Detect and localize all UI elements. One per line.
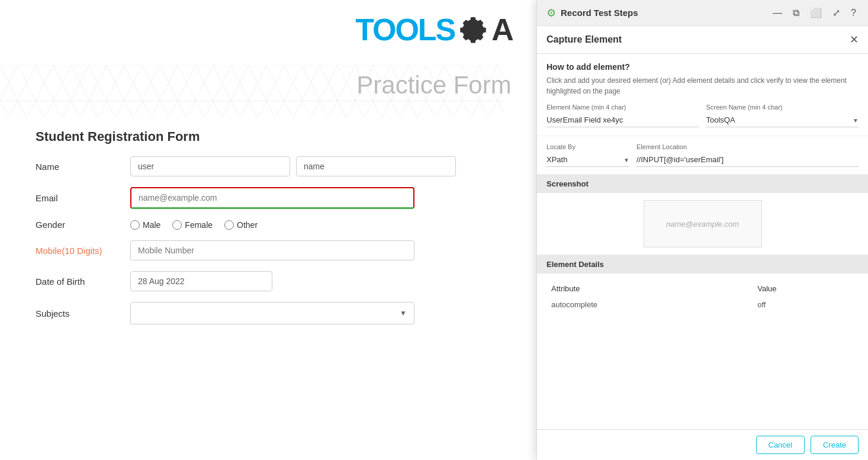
- locate-section: Locate By XPath ▼ Element Location: [537, 136, 868, 175]
- logo-tools: TOOLS: [355, 12, 455, 47]
- element-name-group: Element Name (min 4 char): [546, 104, 699, 127]
- gender-other-radio[interactable]: [224, 220, 234, 230]
- gender-male[interactable]: Male: [130, 220, 160, 230]
- close-button[interactable]: ✕: [850, 33, 859, 46]
- mobile-input[interactable]: [130, 240, 414, 260]
- attribute-header: Attribute: [546, 281, 753, 297]
- panel-header: ⚙ Record Test Steps — ⧉ ⬜ ⤢ ?: [537, 0, 868, 26]
- gender-radio-group: Male Female Other: [130, 220, 258, 230]
- email-input[interactable]: [130, 187, 414, 209]
- maximize-button[interactable]: ⤢: [830, 6, 843, 20]
- dob-label: Date of Birth: [36, 276, 130, 287]
- capture-panel: ⚙ Record Test Steps — ⧉ ⬜ ⤢ ? Capture El…: [536, 0, 868, 460]
- screen-name-arrow-icon: ▼: [853, 117, 859, 124]
- cancel-button[interactable]: Cancel: [756, 436, 805, 454]
- locate-row: Locate By XPath ▼ Element Location: [546, 143, 859, 167]
- gender-male-radio[interactable]: [130, 220, 140, 230]
- logo-gear-icon: [456, 12, 490, 47]
- how-to-desc: Click and add your desired element (or) …: [546, 75, 859, 96]
- minimize-button[interactable]: —: [770, 7, 785, 20]
- panel-content: How to add element? Click and add your d…: [537, 54, 868, 429]
- email-input-wrapper: [130, 187, 414, 209]
- gender-female[interactable]: Female: [172, 220, 213, 230]
- screen-name-group: Screen Name (min 4 char) ToolsQA ▼: [706, 104, 859, 127]
- value-header: Value: [753, 281, 859, 297]
- element-location-input[interactable]: [636, 153, 859, 167]
- locate-by-select[interactable]: XPath: [546, 153, 629, 167]
- restore-button[interactable]: ⬜: [808, 6, 824, 20]
- subjects-arrow-icon: ▼: [400, 309, 407, 317]
- capture-header: Capture Element ✕: [537, 26, 868, 54]
- create-button[interactable]: Create: [811, 436, 859, 454]
- element-location-label: Element Location: [636, 143, 859, 150]
- element-location-group: Element Location: [636, 143, 859, 167]
- table-row: autocompleteoff: [546, 297, 859, 313]
- gender-female-label: Female: [185, 220, 213, 230]
- capture-title: Capture Element: [546, 34, 622, 45]
- help-button[interactable]: ?: [848, 7, 859, 20]
- element-name-input[interactable]: [546, 113, 699, 127]
- screen-name-label: Screen Name (min 4 char): [706, 104, 859, 111]
- screen-name-select-wrapper: ToolsQA ▼: [706, 113, 859, 127]
- panel-title: Record Test Steps: [561, 8, 638, 18]
- element-details-heading: Element Details: [537, 255, 868, 274]
- panel-title-area: ⚙ Record Test Steps: [546, 7, 638, 20]
- element-details-section: Element Details Attribute Value autocomp…: [537, 255, 868, 320]
- name-fields-row: Element Name (min 4 char) Screen Name (m…: [546, 104, 859, 127]
- mobile-label: Mobile(10 Digits): [36, 246, 130, 256]
- attribute-cell: autocomplete: [546, 297, 753, 313]
- element-name-label: Element Name (min 4 char): [546, 104, 699, 111]
- last-name-input[interactable]: [296, 156, 456, 176]
- panel-controls: — ⧉ ⬜ ⤢ ?: [770, 6, 859, 20]
- gender-other[interactable]: Other: [224, 220, 258, 230]
- locate-by-select-wrapper: XPath ▼: [546, 153, 629, 167]
- locate-by-group: Locate By XPath ▼: [546, 143, 629, 167]
- gender-label: Gender: [36, 220, 130, 230]
- panel-gear-icon: ⚙: [546, 7, 556, 20]
- how-to-section: How to add element? Click and add your d…: [537, 54, 868, 136]
- screenshot-section: Screenshot name@example.com: [537, 175, 868, 255]
- gender-other-label: Other: [237, 220, 258, 230]
- subjects-label: Subjects: [36, 308, 130, 319]
- subjects-dropdown[interactable]: ▼: [130, 302, 414, 324]
- email-label: Email: [36, 193, 130, 203]
- details-table: Attribute Value autocompleteoff: [546, 281, 859, 313]
- screenshot-image: name@example.com: [644, 200, 762, 247]
- locate-by-arrow-icon: ▼: [623, 157, 629, 163]
- gender-male-label: Male: [143, 220, 160, 230]
- screenshot-placeholder-text: name@example.com: [666, 220, 739, 229]
- dob-input[interactable]: [130, 271, 272, 291]
- logo: TOOLS A: [355, 12, 513, 47]
- name-label: Name: [36, 162, 130, 172]
- value-cell: off: [753, 297, 859, 313]
- gender-female-radio[interactable]: [172, 220, 182, 230]
- screenshot-heading: Screenshot: [537, 175, 868, 193]
- locate-by-label: Locate By: [546, 143, 629, 150]
- duplicate-button[interactable]: ⧉: [790, 7, 802, 20]
- screen-name-select[interactable]: ToolsQA: [706, 113, 859, 127]
- panel-footer: Cancel Create: [537, 429, 868, 460]
- first-name-input[interactable]: [130, 156, 290, 176]
- logo-qa: A: [491, 12, 513, 47]
- how-to-title: How to add element?: [546, 62, 859, 72]
